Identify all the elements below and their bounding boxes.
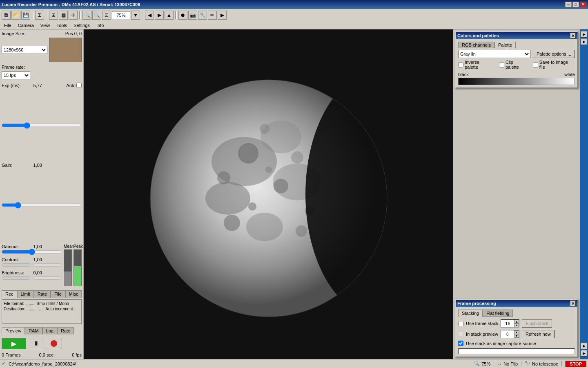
extra-button[interactable]: ✏ bbox=[208, 11, 217, 20]
record-button[interactable]: ⏺ bbox=[178, 11, 187, 20]
sep5 bbox=[175, 11, 177, 19]
new-button[interactable]: 🖹 bbox=[2, 11, 11, 20]
frame-processing-panel: Frame processing ✕ Stacking Flat fieldin… bbox=[455, 299, 578, 357]
colors-panel-close[interactable]: ✕ bbox=[570, 33, 576, 38]
tab-rgb-channels[interactable]: RGB channels bbox=[458, 42, 494, 48]
zoom-out-button[interactable]: 🔍 bbox=[82, 11, 91, 20]
frame-rate-combo[interactable]: 15 fps bbox=[2, 71, 30, 79]
tab-misc[interactable]: Misc bbox=[65, 290, 82, 298]
menu-file[interactable]: File bbox=[2, 22, 14, 28]
zoom-combo-btn[interactable]: ▼ bbox=[131, 11, 140, 20]
refresh-now-button[interactable]: Refresh now bbox=[522, 330, 555, 338]
menu-info[interactable]: Info bbox=[94, 22, 106, 28]
title-bar: Lucam Recorder Premium - DMx 41AF02.AS /… bbox=[0, 0, 588, 9]
tab-file[interactable]: File bbox=[51, 290, 65, 298]
preview-count-input[interactable] bbox=[501, 332, 514, 337]
play-button[interactable]: ▶ bbox=[2, 338, 26, 349]
tab-rec[interactable]: Rec bbox=[2, 290, 17, 298]
menu-camera[interactable]: Camera bbox=[16, 22, 36, 28]
rec-tab-bar: Rec Limit Rate File Misc bbox=[2, 290, 82, 298]
frame-count-up[interactable]: ▲ bbox=[514, 320, 519, 323]
frame-count-down[interactable]: ▼ bbox=[514, 323, 519, 327]
stop-rec-button[interactable] bbox=[46, 338, 62, 349]
tab-preview[interactable]: Preview bbox=[2, 327, 25, 334]
zoom-in-button[interactable]: 🔍 bbox=[92, 11, 101, 20]
stop-button[interactable]: STOP bbox=[565, 361, 586, 367]
preview-count-up[interactable]: ▲ bbox=[514, 330, 519, 334]
rec-controls: ▶ ⏸ bbox=[2, 338, 82, 349]
tab-flat-fielding[interactable]: Flat fielding bbox=[483, 310, 513, 317]
exp-label: Exp (ms): bbox=[2, 83, 26, 88]
tab-stacking[interactable]: Stacking bbox=[458, 310, 483, 317]
use-frame-stack-row: Use frame stack ▲ ▼ Flush stack bbox=[458, 319, 575, 328]
colors-panel-content: RGB channels Palette Gray lin Palette op… bbox=[456, 39, 577, 88]
brightness-slider[interactable] bbox=[2, 275, 62, 281]
maximize-button[interactable]: □ bbox=[572, 2, 579, 7]
tab-limit[interactable]: Limit bbox=[17, 290, 34, 298]
cursor-button[interactable]: ✛ bbox=[69, 11, 78, 20]
svg-point-8 bbox=[239, 144, 257, 162]
zoom-fit-button[interactable]: ⊡ bbox=[102, 11, 111, 20]
frame-panel-close[interactable]: ✕ bbox=[570, 301, 576, 306]
tab-log[interactable]: Log bbox=[42, 327, 57, 334]
edge-btn-4[interactable]: ▶ bbox=[581, 350, 587, 357]
frame-count-arrows: ▲ ▼ bbox=[514, 320, 519, 327]
tab-palette[interactable]: Palette bbox=[494, 42, 516, 48]
tab-rate[interactable]: Rate bbox=[34, 290, 51, 298]
tab-rate2[interactable]: Rate bbox=[57, 327, 74, 334]
play-icon: ▶ bbox=[11, 340, 16, 348]
progress-bar bbox=[458, 348, 575, 354]
use-stack-row: Use stack as image capture source bbox=[458, 341, 575, 346]
pause-button[interactable]: ⏸ bbox=[28, 338, 44, 349]
flush-stack-button[interactable]: Flush stack bbox=[522, 319, 552, 328]
open-button[interactable]: 📂 bbox=[11, 11, 20, 20]
preview-count-down[interactable]: ▼ bbox=[514, 334, 519, 338]
minimize-button[interactable]: ─ bbox=[565, 2, 572, 7]
save-image-checkbox[interactable] bbox=[533, 62, 538, 67]
arrow-up-button[interactable]: ▲ bbox=[165, 11, 174, 20]
edge-btn-2[interactable]: ▶ bbox=[581, 38, 587, 45]
auto-checkbox[interactable] bbox=[76, 83, 82, 88]
preview-count-spinbox: ▲ ▼ bbox=[501, 330, 519, 338]
menu-tools[interactable]: Tools bbox=[54, 22, 70, 28]
exp-value: 5,77 bbox=[28, 83, 42, 88]
expand-button[interactable]: ▶ bbox=[218, 11, 227, 20]
gamma-slider[interactable] bbox=[2, 249, 62, 255]
svg-point-10 bbox=[291, 151, 303, 164]
auto-label: Auto bbox=[66, 83, 76, 88]
frame-panel-content: Stacking Flat fielding Use frame stack ▲… bbox=[456, 307, 577, 357]
zoom-input[interactable]: 75% bbox=[112, 11, 130, 19]
sum-button[interactable]: Σ bbox=[35, 11, 44, 20]
menu-view[interactable]: View bbox=[38, 22, 53, 28]
grid2-button[interactable]: ▦ bbox=[59, 11, 68, 20]
close-button[interactable]: ✕ bbox=[580, 2, 586, 7]
use-stack-checkbox[interactable] bbox=[458, 341, 463, 346]
colors-panel: Colors and palettes ✕ RGB channels Palet… bbox=[455, 31, 578, 88]
menu-settings[interactable]: Settings bbox=[71, 22, 92, 28]
tools-button[interactable]: 🔧 bbox=[198, 11, 207, 20]
save-button[interactable]: 💾 bbox=[21, 11, 30, 20]
in-stack-preview-checkbox[interactable] bbox=[458, 332, 463, 337]
arrow-left-button[interactable]: ◀ bbox=[145, 11, 154, 20]
svg-point-5 bbox=[205, 182, 250, 215]
snap-button[interactable]: 📷 bbox=[188, 11, 197, 20]
status-path: C:\fwcam\demo_farbe_20090824\ bbox=[9, 361, 76, 366]
arrow-right-button[interactable]: ▶ bbox=[155, 11, 164, 20]
gain-slider[interactable] bbox=[2, 169, 82, 241]
file-format-info: File format: ......... Bmp / 8Bit / Mono bbox=[4, 301, 80, 306]
edge-btn-3[interactable]: ▶ bbox=[581, 343, 587, 349]
rec-tab-content: File format: ......... Bmp / 8Bit / Mono… bbox=[2, 299, 82, 324]
palette-combo[interactable]: Gray lin bbox=[458, 50, 530, 58]
edge-btn-1[interactable]: ▶ bbox=[581, 31, 587, 38]
image-size-combo[interactable]: 1280x960 bbox=[2, 46, 47, 54]
clip-palette-checkbox[interactable] bbox=[499, 62, 504, 67]
palette-options-button[interactable]: Palette options ... bbox=[533, 50, 575, 58]
destination-info: Destination: ................ Auto incre… bbox=[4, 307, 80, 311]
tab-ram[interactable]: RAM bbox=[25, 327, 42, 334]
grid-button[interactable]: ⊞ bbox=[49, 11, 58, 20]
contrast-slider[interactable] bbox=[2, 262, 62, 268]
use-frame-stack-checkbox[interactable] bbox=[458, 321, 463, 326]
invert-palette-checkbox[interactable] bbox=[458, 62, 463, 67]
frame-count-input[interactable] bbox=[501, 321, 514, 326]
exp-slider[interactable] bbox=[2, 90, 82, 161]
